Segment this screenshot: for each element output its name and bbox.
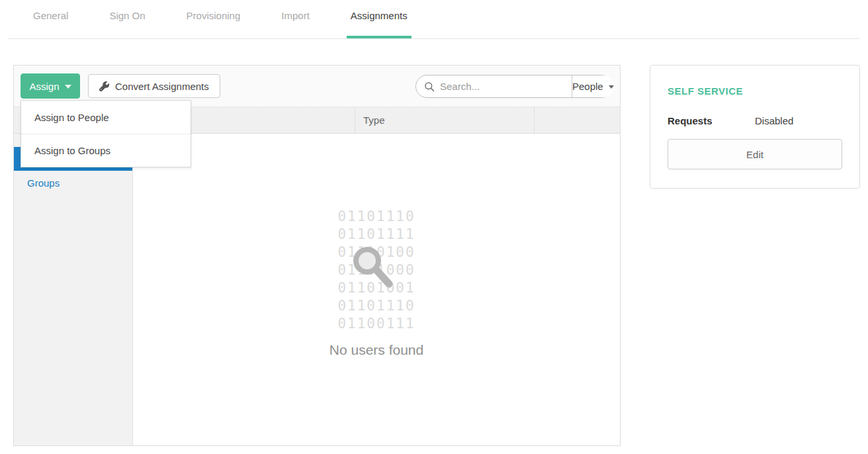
results-area: 01101110 01101111 01110100 01101000 0110… — [133, 134, 620, 445]
panel-body: Groups 01101110 01101111 01110100 011010… — [14, 134, 620, 445]
search-input[interactable] — [440, 81, 572, 92]
search-field-wrap — [416, 75, 572, 97]
magnifier-icon — [332, 222, 412, 302]
column-header-type[interactable]: Type — [355, 107, 535, 133]
requests-row: Requests Disabled — [668, 115, 842, 126]
self-service-title: SELF SERVICE — [668, 85, 842, 97]
edit-button[interactable]: Edit — [668, 139, 842, 169]
search-bar: People — [415, 75, 613, 98]
tab-provisioning[interactable]: Provisioning — [183, 10, 245, 38]
column-header-actions — [535, 107, 620, 133]
assign-button-label: Assign — [29, 81, 59, 92]
assignments-toolbar: Assign Convert Assignments People — [14, 66, 620, 107]
assign-dropdown-menu: Assign to People Assign to Groups — [21, 100, 191, 167]
tab-import[interactable]: Import — [277, 10, 314, 38]
requests-label: Requests — [668, 115, 755, 126]
empty-state-message: No users found — [133, 342, 620, 358]
app-assignments-page: General Sign On Provisioning Import Assi… — [0, 0, 868, 454]
tab-assignments[interactable]: Assignments — [347, 10, 412, 38]
menu-item-assign-to-people[interactable]: Assign to People — [21, 101, 191, 134]
tab-bar: General Sign On Provisioning Import Assi… — [8, 0, 860, 39]
wrench-icon — [99, 81, 109, 91]
convert-assignments-button[interactable]: Convert Assignments — [88, 74, 220, 98]
chevron-down-icon — [609, 85, 614, 89]
binary-art: 01101110 01101111 01110100 01101000 0110… — [337, 208, 415, 333]
sidebar-item-groups[interactable]: Groups — [14, 171, 132, 195]
assignments-panel: Assign Convert Assignments People — [13, 65, 621, 446]
search-scope-label: People — [572, 81, 603, 92]
binary-row: 01100111 — [337, 315, 415, 333]
self-service-panel: SELF SERVICE Requests Disabled Edit — [650, 65, 860, 189]
menu-item-assign-to-groups[interactable]: Assign to Groups — [21, 134, 191, 167]
tab-general[interactable]: General — [29, 10, 72, 38]
filter-sidebar: Groups — [14, 134, 133, 445]
assign-button[interactable]: Assign — [21, 73, 80, 99]
search-scope-dropdown[interactable]: People — [572, 75, 614, 97]
requests-status-value: Disabled — [755, 115, 793, 126]
convert-assignments-label: Convert Assignments — [115, 81, 209, 92]
search-icon — [424, 81, 435, 92]
empty-state: 01101110 01101111 01110100 01101000 0110… — [133, 134, 620, 358]
chevron-down-icon — [65, 85, 71, 89]
tab-sign-on[interactable]: Sign On — [105, 10, 149, 38]
